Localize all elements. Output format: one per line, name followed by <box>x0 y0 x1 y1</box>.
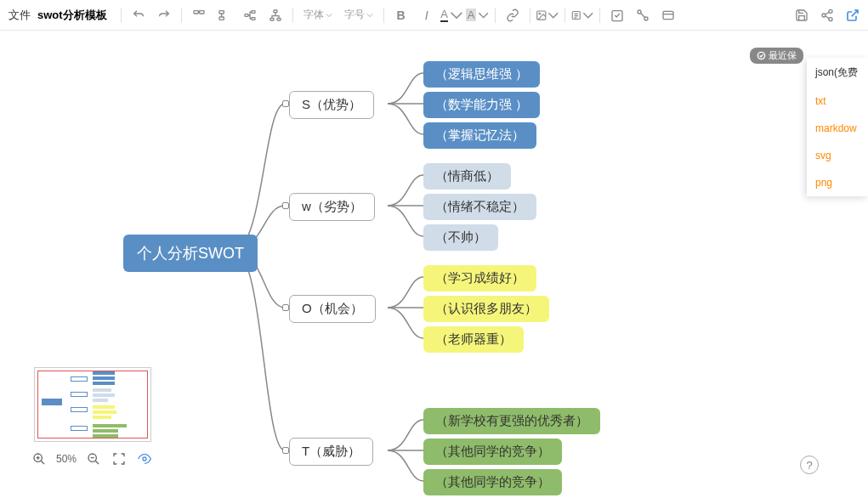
minimap[interactable] <box>34 367 151 442</box>
fontsize-button[interactable]: 字号 <box>339 8 378 22</box>
branch-w[interactable]: w（劣势） <box>289 193 375 221</box>
svg-point-17 <box>829 9 832 13</box>
export-button[interactable] <box>841 3 865 27</box>
svg-rect-0 <box>194 10 198 13</box>
toolbar: 文件 swot分析模板 字体 字号 B I A A <box>0 0 868 31</box>
branch-s[interactable]: S（优势） <box>289 91 374 119</box>
export-menu: json(免费 txt markdow svg png <box>807 58 868 196</box>
fullscreen-button[interactable] <box>111 450 128 467</box>
export-txt[interactable]: txt <box>807 88 868 115</box>
zoom-bar: 50% <box>31 450 153 467</box>
relation-button[interactable] <box>631 3 655 27</box>
leaf-s-2[interactable]: （掌握记忆法） <box>423 122 536 149</box>
leaf-t-2[interactable]: （其他同学的竞争） <box>423 469 562 495</box>
branch-o-handle[interactable] <box>282 304 289 311</box>
svg-rect-7 <box>274 10 277 13</box>
highlight-button[interactable]: A <box>466 3 490 27</box>
note-button[interactable] <box>570 3 594 27</box>
branch-s-handle[interactable] <box>282 100 289 107</box>
export-markdown[interactable]: markdow <box>807 115 868 142</box>
svg-rect-9 <box>277 18 281 20</box>
svg-rect-3 <box>219 17 224 20</box>
svg-point-19 <box>829 17 832 20</box>
text-color-button[interactable]: A <box>440 3 464 27</box>
export-png[interactable]: png <box>807 169 868 196</box>
leaf-w-2[interactable]: （不帅） <box>423 224 498 251</box>
leaf-w-0[interactable]: （情商低） <box>423 163 511 190</box>
export-json[interactable]: json(免费 <box>807 58 868 88</box>
branch-t-handle[interactable] <box>282 447 289 454</box>
export-svg[interactable]: svg <box>807 142 868 169</box>
leaf-o-0[interactable]: （学习成绩好） <box>423 265 536 291</box>
zoom-percent: 50% <box>56 453 77 465</box>
font-button[interactable]: 字体 <box>298 8 338 22</box>
italic-button[interactable]: I <box>415 3 439 27</box>
svg-rect-4 <box>245 14 248 16</box>
share-button[interactable] <box>815 3 839 27</box>
add-child-button[interactable] <box>213 3 236 27</box>
leaf-t-0[interactable]: （新学校有更强的优秀者） <box>423 408 600 434</box>
link-button[interactable] <box>501 3 525 27</box>
branch-t[interactable]: T（威胁） <box>289 438 373 466</box>
leaf-w-1[interactable]: （情绪不稳定） <box>423 194 536 220</box>
add-sibling-button[interactable] <box>187 3 211 27</box>
file-menu[interactable]: 文件 <box>3 8 36 23</box>
zoom-in-button[interactable] <box>31 450 48 467</box>
branch-o[interactable]: O（机会） <box>289 295 376 323</box>
svg-rect-1 <box>199 10 203 13</box>
structure-button-1[interactable] <box>238 3 262 27</box>
save-status: 最近保 <box>750 48 803 64</box>
bold-button[interactable]: B <box>389 3 413 27</box>
undo-button[interactable] <box>127 3 150 27</box>
svg-point-18 <box>822 14 825 17</box>
svg-rect-16 <box>663 11 673 19</box>
boundary-button[interactable] <box>656 3 680 27</box>
save-button[interactable] <box>790 3 814 27</box>
structure-button-2[interactable] <box>264 3 287 27</box>
svg-point-27 <box>143 457 146 461</box>
leaf-o-2[interactable]: （老师器重） <box>423 326 524 353</box>
svg-rect-2 <box>219 10 224 13</box>
leaf-s-1[interactable]: （数学能力强 ） <box>423 92 540 118</box>
image-button[interactable] <box>536 3 559 27</box>
view-button[interactable] <box>136 450 153 467</box>
mindmap-root[interactable]: 个人分析SWOT <box>123 235 258 272</box>
leaf-o-1[interactable]: （认识很多朋友） <box>423 296 549 322</box>
svg-rect-8 <box>270 18 274 20</box>
doc-title[interactable]: swot分析模板 <box>37 8 107 23</box>
redo-button[interactable] <box>152 3 176 27</box>
svg-rect-5 <box>252 10 255 13</box>
svg-rect-6 <box>252 17 255 20</box>
svg-point-11 <box>539 13 541 14</box>
task-button[interactable] <box>605 3 629 27</box>
branch-w-handle[interactable] <box>282 202 289 209</box>
leaf-s-0[interactable]: （逻辑思维强 ） <box>423 61 540 88</box>
zoom-out-button[interactable] <box>85 450 102 467</box>
leaf-t-1[interactable]: （其他同学的竞争） <box>423 439 562 465</box>
help-button[interactable]: ? <box>800 456 819 474</box>
